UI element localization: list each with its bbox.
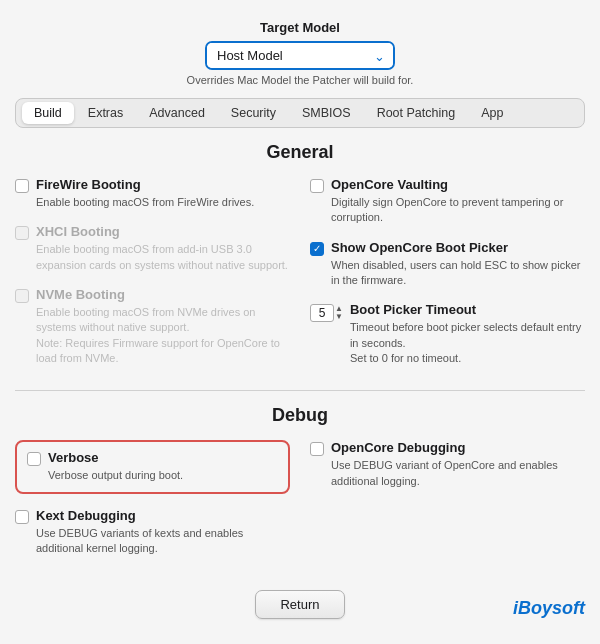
nvme-checkbox[interactable] (15, 289, 29, 303)
tab-app[interactable]: App (469, 102, 515, 124)
oc-debugging-option: OpenCore Debugging Use DEBUG variant of … (310, 440, 585, 489)
target-model-section: Target Model Host Model MacBook Pro 2019… (0, 20, 600, 86)
target-model-select[interactable]: Host Model MacBook Pro 2019 iMac 2020 Ma… (207, 43, 393, 68)
firewire-option: FireWire Booting Enable booting macOS fr… (15, 177, 290, 210)
general-debug-divider (15, 390, 585, 391)
show-boot-picker-title: Show OpenCore Boot Picker (331, 240, 585, 257)
oc-vaulting-desc: Digitally sign OpenCore to prevent tampe… (331, 195, 585, 226)
oc-debugging-title: OpenCore Debugging (331, 440, 585, 457)
xhci-desc: Enable booting macOS from add-in USB 3.0… (36, 242, 290, 273)
boot-picker-spinner[interactable]: 5 ▲ ▼ (310, 304, 343, 322)
iboysoft-logo: iBoysoft (513, 598, 585, 619)
target-model-select-wrapper[interactable]: Host Model MacBook Pro 2019 iMac 2020 Ma… (205, 41, 395, 70)
firewire-desc: Enable booting macOS from FireWire drive… (36, 195, 254, 210)
tabs-bar: Build Extras Advanced Security SMBIOS Ro… (15, 98, 585, 128)
nvme-title: NVMe Booting (36, 287, 290, 304)
general-section-title: General (15, 142, 585, 163)
debug-right-column: OpenCore Debugging Use DEBUG variant of … (310, 440, 585, 570)
kext-debugging-option: Kext Debugging Use DEBUG variants of kex… (15, 508, 290, 557)
xhci-title: XHCI Booting (36, 224, 290, 241)
firewire-title: FireWire Booting (36, 177, 254, 194)
kext-debugging-text: Kext Debugging Use DEBUG variants of kex… (36, 508, 290, 557)
oc-vaulting-checkbox[interactable] (310, 179, 324, 193)
oc-debugging-desc: Use DEBUG variant of OpenCore and enable… (331, 458, 585, 489)
verbose-text: Verbose Verbose output during boot. (48, 450, 183, 483)
verbose-checkbox[interactable] (27, 452, 41, 466)
spinner-arrows[interactable]: ▲ ▼ (335, 305, 343, 321)
debug-section-title: Debug (15, 405, 585, 426)
verbose-option: Verbose Verbose output during boot. (27, 450, 278, 483)
general-options-grid: FireWire Booting Enable booting macOS fr… (15, 177, 585, 380)
tab-advanced[interactable]: Advanced (137, 102, 217, 124)
show-boot-picker-option: Show OpenCore Boot Picker When disabled,… (310, 240, 585, 289)
firewire-checkbox[interactable] (15, 179, 29, 193)
oc-debugging-checkbox[interactable] (310, 442, 324, 456)
verbose-title: Verbose (48, 450, 183, 467)
target-model-hint: Overrides Mac Model the Patcher will bui… (187, 74, 414, 86)
target-model-label: Target Model (260, 20, 340, 35)
boot-picker-timeout-text: Boot Picker Timeout Timeout before boot … (350, 302, 585, 366)
tab-smbios[interactable]: SMBIOS (290, 102, 363, 124)
nvme-desc: Enable booting macOS from NVMe drives on… (36, 305, 290, 367)
general-right-column: OpenCore Vaulting Digitally sign OpenCor… (310, 177, 585, 380)
oc-vaulting-option: OpenCore Vaulting Digitally sign OpenCor… (310, 177, 585, 226)
firewire-text: FireWire Booting Enable booting macOS fr… (36, 177, 254, 210)
xhci-text: XHCI Booting Enable booting macOS from a… (36, 224, 290, 273)
xhci-checkbox[interactable] (15, 226, 29, 240)
boot-picker-timeout-title: Boot Picker Timeout (350, 302, 585, 319)
oc-vaulting-title: OpenCore Vaulting (331, 177, 585, 194)
kext-debugging-checkbox[interactable] (15, 510, 29, 524)
tab-root-patching[interactable]: Root Patching (365, 102, 468, 124)
footer-row: Return iBoysoft (15, 590, 585, 619)
verbose-wrapper: Verbose Verbose output during boot. (15, 440, 290, 493)
general-left-column: FireWire Booting Enable booting macOS fr… (15, 177, 290, 380)
kext-debugging-desc: Use DEBUG variants of kexts and enables … (36, 526, 290, 557)
nvme-option: NVMe Booting Enable booting macOS from N… (15, 287, 290, 366)
show-boot-picker-text: Show OpenCore Boot Picker When disabled,… (331, 240, 585, 289)
return-button[interactable]: Return (255, 590, 344, 619)
nvme-text: NVMe Booting Enable booting macOS from N… (36, 287, 290, 366)
debug-left-column: Verbose Verbose output during boot. Kext… (15, 440, 290, 570)
iboysoft-logo-text: iBoysoft (513, 598, 585, 618)
tab-build[interactable]: Build (22, 102, 74, 124)
boot-picker-timeout-desc: Timeout before boot picker selects defau… (350, 320, 585, 366)
main-content: General FireWire Booting Enable booting … (15, 142, 585, 580)
debug-options-grid: Verbose Verbose output during boot. Kext… (15, 440, 585, 570)
tab-extras[interactable]: Extras (76, 102, 135, 124)
boot-picker-value: 5 (310, 304, 334, 322)
show-boot-picker-checkbox[interactable] (310, 242, 324, 256)
tab-security[interactable]: Security (219, 102, 288, 124)
kext-debugging-title: Kext Debugging (36, 508, 290, 525)
oc-debugging-text: OpenCore Debugging Use DEBUG variant of … (331, 440, 585, 489)
verbose-desc: Verbose output during boot. (48, 468, 183, 483)
xhci-option: XHCI Booting Enable booting macOS from a… (15, 224, 290, 273)
boot-picker-timeout-row: 5 ▲ ▼ Boot Picker Timeout Timeout before… (310, 302, 585, 366)
show-boot-picker-desc: When disabled, users can hold ESC to sho… (331, 258, 585, 289)
oc-vaulting-text: OpenCore Vaulting Digitally sign OpenCor… (331, 177, 585, 226)
spinner-down-icon[interactable]: ▼ (335, 313, 343, 321)
